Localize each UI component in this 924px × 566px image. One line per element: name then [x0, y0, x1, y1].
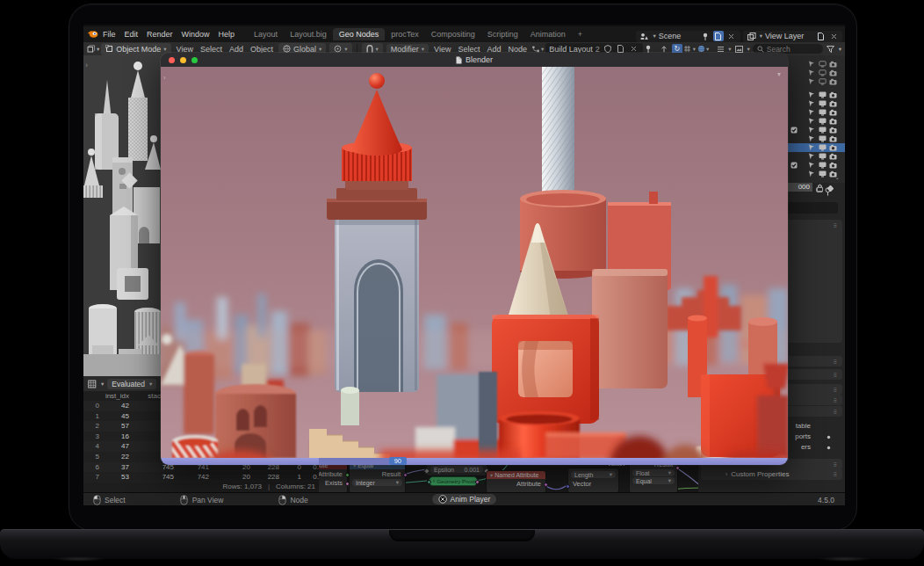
new-layer-icon[interactable] — [815, 31, 826, 41]
table-row[interactable]: 7537457422022810. — [83, 472, 319, 483]
row-index: 4 — [96, 442, 99, 450]
scene-name: Scene — [659, 32, 697, 40]
node-dropdown[interactable]: Integer▾ — [352, 479, 402, 486]
pin-icon[interactable] — [700, 31, 711, 41]
node-epsilon-field[interactable]: Epsilon 0.001 — [426, 463, 487, 476]
menu-window[interactable]: Window — [177, 30, 214, 39]
epsilon-field[interactable]: Epsilon 0.001 — [430, 466, 483, 473]
animate-dot-icon[interactable] — [826, 183, 834, 193]
window-titlebar[interactable]: Blender — [161, 53, 788, 67]
render-window[interactable]: Blender ▾ › — [161, 53, 788, 465]
workspace-tab-0[interactable]: Layout — [248, 28, 284, 40]
node-dropdown[interactable]: Float▾ — [632, 469, 675, 476]
output-socket[interactable] — [675, 466, 680, 470]
selectable-pointer-icon[interactable] — [807, 169, 816, 179]
input-socket[interactable] — [566, 484, 570, 489]
viewport-menu-object[interactable]: Object — [247, 45, 277, 54]
viewport-menu-add[interactable]: Add — [226, 45, 247, 54]
spreadsheet-editor-icon[interactable] — [87, 379, 97, 389]
workspace-tab-6[interactable]: Animation — [524, 28, 572, 40]
hide-viewport-icon[interactable] — [818, 169, 827, 179]
row-index: 1 — [96, 412, 99, 420]
node-store-attribute[interactable]: tribute Attribute Exists — [319, 461, 348, 492]
lock-icon[interactable] — [815, 183, 824, 193]
collapse-chevron-icon[interactable]: ▾ — [777, 70, 781, 78]
workspace-tab-3[interactable]: procTex — [385, 28, 425, 40]
menu-render[interactable]: Render — [142, 30, 177, 39]
socket-label: Vector — [573, 480, 591, 488]
blender-screen: FileEditRenderWindowHelp LayoutLayout.bi… — [83, 25, 845, 505]
hide-viewport-icon[interactable] — [818, 76, 827, 87]
view-layer-selector[interactable]: ▾ View Layer — [743, 31, 842, 42]
node-named-attribute[interactable]: ▾Named Attribute Attribute — [486, 470, 546, 492]
orientation-label: Global — [293, 45, 316, 54]
table-cell: 57 — [121, 422, 129, 430]
close-window-button[interactable] — [169, 57, 175, 63]
workspace-tab-2[interactable]: Geo Nodes — [333, 28, 386, 40]
frame-scrubber[interactable]: 90 — [161, 458, 788, 465]
disable-render-camera-icon[interactable] — [828, 76, 837, 87]
menu-help[interactable]: Help — [214, 30, 240, 39]
node-menu-select[interactable]: Select — [454, 45, 483, 54]
output-socket[interactable] — [403, 473, 408, 477]
status-node: Node — [278, 495, 307, 505]
workspace-tab-4[interactable]: Compositing — [425, 28, 481, 40]
custom-properties-panel[interactable]: › Custom Properties ⠿ — [701, 468, 842, 480]
node-dropdown[interactable]: Length▾ — [571, 471, 616, 478]
node-menu-add[interactable]: Add — [483, 45, 504, 54]
filter-icon[interactable] — [826, 44, 836, 54]
viewport-menu-select[interactable]: Select — [197, 45, 226, 54]
node-header: Named Attribute — [494, 472, 538, 478]
table-cell: 16 — [121, 432, 129, 440]
row-index: 7 — [96, 473, 99, 481]
expand-arrow-icon[interactable]: › — [163, 74, 166, 82]
column-header[interactable]: inst_idx — [105, 392, 129, 400]
anim-player-button[interactable]: Anim Player — [432, 494, 497, 504]
workspace-tab-1[interactable]: Layout.big — [284, 28, 333, 40]
input-socket[interactable] — [427, 480, 431, 484]
workspace-tab-5[interactable]: Scripting — [481, 28, 524, 40]
zoom-window-button[interactable] — [191, 57, 198, 63]
node-compare-equal[interactable]: ▾Equal Result Integer▾ — [349, 461, 406, 492]
status-pan: Pan View — [180, 495, 224, 505]
scroll-chevron-icon[interactable]: ⌄ — [835, 174, 840, 181]
animate-dot-icon[interactable] — [824, 442, 833, 453]
node-menu-node[interactable]: Node — [504, 45, 531, 54]
minimize-window-button[interactable] — [180, 57, 186, 63]
output-socket[interactable] — [475, 480, 480, 484]
node-vector-math-length[interactable]: Length▾ Vector — [567, 468, 619, 492]
animate-dot-icon[interactable] — [824, 432, 833, 442]
new-scene-icon[interactable] — [713, 31, 724, 41]
node-geometry-proximity[interactable]: › Geometry Proximity — [429, 476, 478, 486]
mouse-middle-icon — [180, 495, 189, 505]
node-tree-name: Build Layout — [549, 45, 593, 54]
mode-dropdown[interactable]: Object Mode▾ — [101, 43, 170, 55]
viewport-menu-view[interactable]: View — [173, 45, 197, 54]
table-cell: 53 — [121, 473, 129, 481]
table-cell: 45 — [121, 412, 129, 420]
dataset-dropdown[interactable]: Evaluated▾ — [107, 379, 156, 389]
current-frame-playhead[interactable]: 90 — [389, 457, 407, 465]
socket-label: Result — [382, 470, 401, 478]
output-socket[interactable] — [544, 483, 548, 487]
menu-edit[interactable]: Edit — [120, 30, 143, 39]
blender-logo-icon[interactable] — [88, 29, 98, 40]
columns-count: Columns: 21 — [276, 483, 315, 490]
search-placeholder: Search — [767, 45, 790, 54]
menu-file[interactable]: File — [98, 30, 120, 39]
render-image — [161, 67, 788, 458]
node-menu-view[interactable]: View — [430, 45, 454, 54]
status-bar: Select Pan View Node Anim Player 4.5.0 — [83, 492, 845, 505]
scene-selector[interactable]: ▾ Scene — [636, 31, 740, 42]
row-index: 6 — [96, 463, 99, 471]
close-icon[interactable] — [726, 31, 737, 41]
node-dropdown[interactable]: Equal▾ — [632, 477, 675, 484]
workspace-tab-7[interactable]: + — [572, 28, 588, 40]
selectable-pointer-icon[interactable] — [807, 76, 816, 87]
viewport-editor-icon[interactable] — [86, 44, 97, 54]
dataset-label: Evaluated — [112, 380, 145, 388]
laptop-foot — [53, 556, 105, 562]
object-mode-icon — [105, 44, 113, 54]
close-icon[interactable] — [828, 31, 839, 41]
panel-grip[interactable]: ⠿ — [834, 222, 838, 229]
